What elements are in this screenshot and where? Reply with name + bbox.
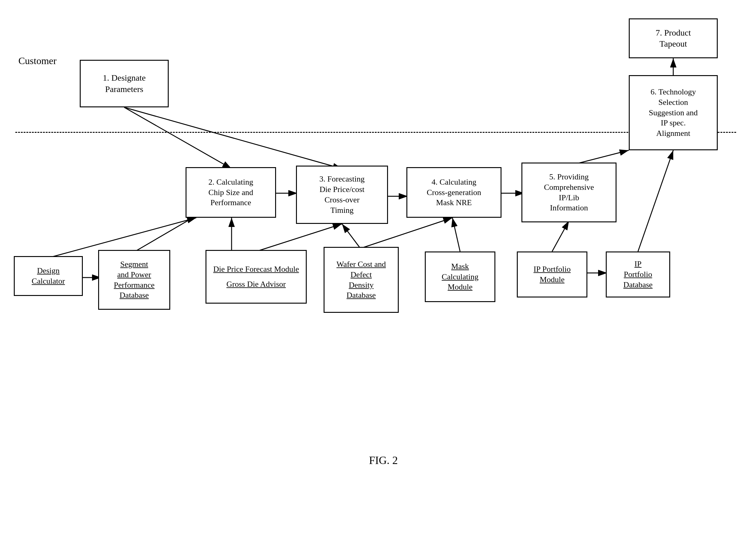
box-providing-ip: 5. ProvidingComprehensiveIP/LibInformati… [521, 162, 616, 222]
box-forecasting: 3. ForecastingDie Price/costCross-overTi… [296, 166, 388, 224]
box-design-calculator: DesignCalculator [14, 256, 83, 296]
die-price-forecast-label: Die Price Forecast Module [213, 264, 299, 275]
svg-line-15 [552, 221, 569, 252]
box-designate-params: 1. DesignateParameters [80, 60, 169, 107]
box-wafer-cost: Wafer Cost andDefectDensityDatabase [323, 247, 399, 313]
calc-chip-label: 2. CalculatingChip Size andPerformance [209, 177, 253, 208]
diagram-container: Customer [0, 0, 753, 560]
ip-portfolio-module-label: IP PortfolioModule [533, 264, 571, 285]
forecasting-label: 3. ForecastingDie Price/costCross-overTi… [319, 174, 364, 215]
box-ip-portfolio-db: IPPortfolioDatabase [606, 252, 670, 298]
wafer-cost-label: Wafer Cost andDefectDensityDatabase [336, 259, 386, 301]
box-calc-chip: 2. CalculatingChip Size andPerformance [185, 167, 276, 218]
box-mask-calc: MaskCalculatingModule [425, 252, 495, 302]
box-calc-cross: 4. CalculatingCross-generationMask NRE [407, 167, 501, 218]
box-tech-selection: 6. TechnologySelectionSuggestion andIP s… [629, 75, 718, 150]
box-die-price-forecast: Die Price Forecast Module Gross Die Advi… [205, 250, 307, 304]
svg-line-1 [124, 107, 232, 169]
ip-portfolio-db-label: IPPortfolioDatabase [623, 259, 652, 290]
svg-line-12 [342, 224, 360, 248]
customer-label: Customer [18, 55, 56, 66]
svg-line-14 [452, 218, 460, 252]
product-tapeout-label: 7. ProductTapeout [655, 27, 691, 50]
gross-die-advisor-label: Gross Die Advisor [226, 279, 286, 289]
providing-ip-label: 5. ProvidingComprehensiveIP/LibInformati… [544, 172, 594, 213]
svg-line-2 [124, 107, 342, 169]
box-ip-portfolio-module: IP PortfolioModule [517, 252, 587, 298]
segment-power-label: Segmentand PowerPerformanceDatabase [114, 259, 155, 301]
svg-line-17 [638, 150, 673, 252]
fig-label: FIG. 2 [337, 454, 430, 467]
dashed-line [15, 132, 736, 133]
mask-calc-label: MaskCalculatingModule [442, 261, 478, 292]
box-segment-power: Segmentand PowerPerformanceDatabase [98, 250, 170, 310]
designate-params-label: 1. DesignateParameters [103, 73, 146, 95]
design-calculator-label: DesignCalculator [32, 265, 65, 286]
calc-cross-label: 4. CalculatingCross-generationMask NRE [427, 177, 481, 208]
tech-selection-label: 6. TechnologySelectionSuggestion andIP s… [649, 87, 698, 139]
box-product-tapeout: 7. ProductTapeout [629, 18, 718, 58]
